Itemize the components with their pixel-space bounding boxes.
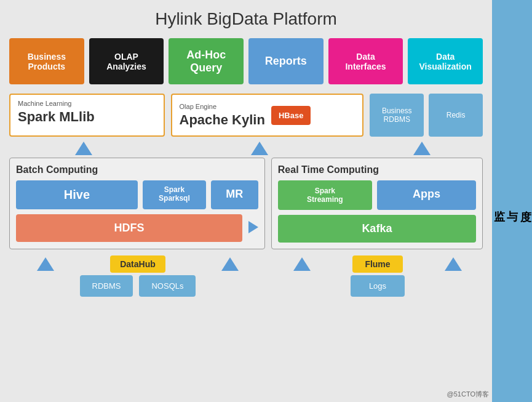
hdfs-arrow-right bbox=[248, 221, 258, 236]
kafka-box: Kafka bbox=[278, 215, 476, 243]
batch-computing-panel: Batch Computing Hive Spark Sparksql MR H… bbox=[9, 158, 265, 249]
hdfs-row: HDFS bbox=[16, 214, 258, 242]
engine-db-row: Machine Learning Spark MLlib Olap Engine… bbox=[9, 94, 483, 137]
realtime-computing-panel: Real Time Computing Spark Streaming Apps… bbox=[271, 158, 483, 249]
flume-box: Flume bbox=[352, 255, 402, 273]
arrow-up-kylin-icon bbox=[251, 142, 268, 155]
ml-engine-box: Machine Learning Spark MLlib bbox=[9, 94, 165, 137]
mr-box: MR bbox=[211, 180, 258, 209]
spark-streaming-box: Spark Streaming bbox=[278, 180, 372, 210]
arrow-up-ml-icon bbox=[75, 142, 92, 155]
apps-box: Apps bbox=[377, 180, 476, 210]
box-business-products: Business Products bbox=[9, 38, 84, 84]
datahub-arrows: DataHub bbox=[9, 255, 266, 273]
arrow-kylin bbox=[165, 142, 355, 155]
db-row: BusinessRDBMS Redis bbox=[370, 94, 483, 137]
box-visualization: DataVisualization bbox=[408, 38, 483, 84]
arrows-row-1 bbox=[9, 142, 483, 155]
hbase-box: HBase bbox=[271, 106, 311, 125]
box-interfaces: DataInterfaces bbox=[328, 38, 403, 84]
box-reports: Reports bbox=[248, 38, 324, 84]
arrow-db bbox=[360, 142, 483, 155]
watermark: @51CTO博客 bbox=[447, 390, 489, 399]
kylin-engine-box: Olap Engine Apache Kylin HBase bbox=[171, 94, 364, 137]
datahub-row: DataHub Flume bbox=[9, 255, 483, 273]
nosqls-box: NOSQLs bbox=[139, 275, 196, 297]
rdbms-box: RDBMS bbox=[80, 275, 133, 297]
arrow-up-right2-icon bbox=[445, 257, 462, 271]
hive-box: Hive bbox=[16, 180, 138, 209]
redis-box: Redis bbox=[429, 94, 483, 137]
hdfs-box: HDFS bbox=[16, 214, 242, 242]
logs-box: Logs bbox=[351, 275, 405, 297]
content-area: Hylink BigData Platform Business Product… bbox=[0, 0, 492, 402]
realtime-sources: Logs bbox=[272, 275, 483, 297]
right-sidebar: 任务调度与监控SkyNet bbox=[492, 0, 532, 402]
arrow-up-center-icon bbox=[221, 257, 239, 271]
box-adhoc: Ad-HocQuery bbox=[169, 38, 244, 84]
arrow-up-left-icon bbox=[37, 257, 54, 271]
top-row: Business Products OLAPAnalyzies Ad-HocQu… bbox=[9, 38, 483, 84]
batch-sources: RDBMS NOSQLs bbox=[9, 275, 266, 297]
page-title: Hylink BigData Platform bbox=[9, 6, 483, 29]
arrow-up-right-icon bbox=[293, 257, 311, 271]
business-rdbms: BusinessRDBMS bbox=[370, 94, 424, 137]
arrow-ml bbox=[9, 142, 159, 155]
spark-sql-box: Spark Sparksql bbox=[143, 180, 206, 209]
computing-row: Batch Computing Hive Spark Sparksql MR H… bbox=[9, 158, 483, 249]
batch-inner: Hive Spark Sparksql MR bbox=[16, 180, 258, 209]
arrow-up-db-icon bbox=[413, 142, 431, 155]
arrow-right-icon bbox=[248, 221, 258, 233]
sources-row: RDBMS NOSQLs Logs bbox=[9, 275, 483, 297]
main-container: 任务调度与监控SkyNet Hylink BigData Platform Bu… bbox=[0, 0, 532, 402]
box-olap: OLAPAnalyzies bbox=[89, 38, 164, 84]
realtime-inner: Spark Streaming Apps bbox=[278, 180, 476, 210]
flume-arrows: Flume bbox=[272, 255, 483, 273]
datahub-box: DataHub bbox=[110, 255, 165, 273]
